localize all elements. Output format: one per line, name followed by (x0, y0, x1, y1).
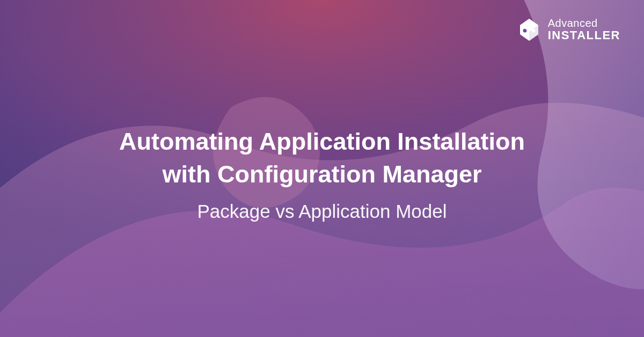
logo-line-1: Advanced (548, 18, 620, 29)
title-line-2: with Configuration Manager (163, 160, 482, 188)
title-line-1: Automating Application Installation (119, 128, 525, 155)
page-title: Automating Application Installation with… (32, 126, 612, 191)
svg-point-4 (531, 29, 535, 33)
logo-line-2: INSTALLER (548, 29, 620, 41)
logo-text: Advanced INSTALLER (548, 18, 620, 41)
page-subtitle: Package vs Application Model (32, 201, 612, 222)
logo-icon (517, 17, 541, 42)
brand-logo: Advanced INSTALLER (517, 17, 620, 42)
main-content: Automating Application Installation with… (0, 126, 644, 222)
